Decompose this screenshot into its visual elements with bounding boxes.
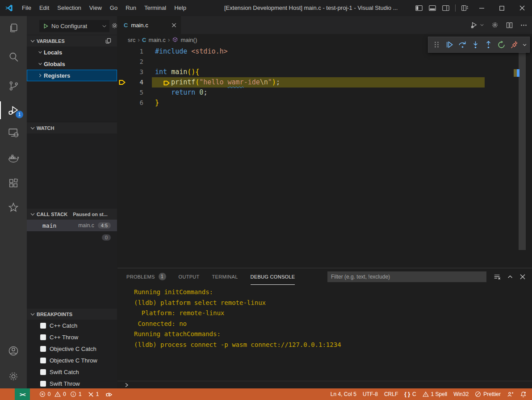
more-actions-icon[interactable] <box>520 21 528 29</box>
breakpoint-swift-catch[interactable]: Swift Catch <box>27 366 117 378</box>
problems-status[interactable]: 0 0 1 <box>36 388 85 400</box>
toggle-secondary-sidebar-icon[interactable] <box>439 0 452 16</box>
tools-status[interactable]: 1 <box>85 388 102 400</box>
breakpoint-cpp-throw[interactable]: C++ Throw <box>27 331 117 343</box>
checkbox[interactable] <box>40 334 46 340</box>
code-line-4-current[interactable]: 4 printf("hello wamr-ide\n"); <box>117 77 280 88</box>
menu-go[interactable]: Go <box>106 0 121 16</box>
variables-section-header[interactable]: VARIABLES <box>27 35 117 46</box>
activity-run-debug-icon[interactable]: 1 <box>0 100 27 121</box>
variables-item-registers[interactable]: Registers <box>27 70 117 81</box>
panel-header: PROBLEMS 1 OUTPUT TERMINAL DEBUG CONSOLE <box>117 268 532 285</box>
variables-item-locals[interactable]: Locals <box>27 46 117 58</box>
settings-gear-icon[interactable] <box>0 366 27 387</box>
step-into-button[interactable] <box>469 38 482 51</box>
breakpoint-cpp-catch[interactable]: C++ Catch <box>27 320 117 331</box>
toggle-primary-sidebar-icon[interactable] <box>412 0 426 16</box>
call-stack-frame-row[interactable]: main main.c 4:5 <box>27 220 117 231</box>
split-editor-icon[interactable] <box>506 21 513 29</box>
checkbox[interactable] <box>40 346 46 352</box>
debug-status[interactable] <box>102 388 116 400</box>
formatter-status[interactable]: Prettier <box>472 388 504 400</box>
checkbox[interactable] <box>40 369 46 375</box>
breakpoint-objc-throw[interactable]: Objective C Throw <box>27 354 117 366</box>
activity-source-control-icon[interactable] <box>0 75 27 96</box>
close-button[interactable] <box>512 0 532 16</box>
menu-edit[interactable]: Edit <box>35 0 53 16</box>
close-panel-icon[interactable] <box>519 274 526 280</box>
code-line-2[interactable]: 2 <box>117 57 155 67</box>
menu-help[interactable]: Help <box>170 0 190 16</box>
breakpoint-swift-throw[interactable]: Swift Throw <box>27 378 117 389</box>
step-over-button[interactable] <box>457 38 469 51</box>
code-line-5[interactable]: 5 return 0; <box>117 88 207 98</box>
line-number: 5 <box>126 88 143 98</box>
code-line-1[interactable]: 1 #include <stdio.h> <box>117 46 228 57</box>
console-line: Platform: remote-linux <box>134 308 523 319</box>
remote-indicator[interactable]: >< <box>15 388 30 400</box>
watch-section-header[interactable]: WATCH <box>27 122 117 133</box>
menu-file[interactable]: File <box>18 0 35 16</box>
minimize-button[interactable] <box>472 0 492 16</box>
tab-debug-console[interactable]: DEBUG CONSOLE <box>251 268 295 285</box>
activity-pinned-star-icon[interactable] <box>0 197 27 218</box>
menu-terminal[interactable]: Terminal <box>140 0 170 16</box>
tab-close-icon[interactable] <box>172 23 176 28</box>
editor-scrollbar[interactable] <box>519 51 526 250</box>
step-out-button[interactable] <box>482 38 494 51</box>
activity-docker-icon[interactable] <box>0 147 27 169</box>
customize-layout-icon[interactable] <box>458 0 472 16</box>
spell-squiggle: wamr <box>228 77 244 88</box>
activity-remote-explorer-icon[interactable] <box>0 122 27 143</box>
eol-sequence[interactable]: CRLF <box>381 388 401 400</box>
call-stack-section-header[interactable]: CALL STACK Paused on st... <box>27 208 117 220</box>
toolbar-drag-handle[interactable] <box>431 38 443 51</box>
spell-checker-status[interactable]: 1 Spell <box>419 388 451 400</box>
breadcrumb-folder[interactable]: src <box>128 37 135 43</box>
menu-run[interactable]: Run <box>121 0 140 16</box>
notifications-bell-icon[interactable] <box>517 388 532 400</box>
activity-explorer-icon[interactable] <box>0 17 27 38</box>
feedback-icon[interactable] <box>504 388 517 400</box>
toggle-panel-icon[interactable] <box>426 0 439 16</box>
debug-toolbar-chevron-icon[interactable] <box>522 42 527 47</box>
console-filter-input[interactable] <box>327 271 486 282</box>
tab-main-c[interactable]: C main.c <box>117 16 181 34</box>
maximize-panel-chevron-icon[interactable] <box>507 274 513 280</box>
restart-button[interactable] <box>495 38 507 51</box>
code-line-6[interactable]: 6 } <box>117 98 159 108</box>
copy-value-icon[interactable] <box>105 38 117 44</box>
c-file-icon: C <box>142 37 146 43</box>
editor-settings-gear-icon[interactable] <box>491 21 499 29</box>
breadcrumb-file[interactable]: main.c <box>148 37 165 43</box>
tab-output[interactable]: OUTPUT <box>179 268 200 285</box>
variables-item-globals[interactable]: Globals <box>27 58 117 70</box>
run-or-debug-button[interactable] <box>470 21 484 29</box>
maximize-button[interactable] <box>492 0 512 16</box>
code-line-3[interactable]: 3 int main(){ <box>117 67 199 77</box>
activity-extensions-icon[interactable] <box>0 172 27 194</box>
cursor-position[interactable]: Ln 4, Col 5 <box>327 388 360 400</box>
disconnect-button[interactable] <box>508 38 520 51</box>
checkbox[interactable] <box>40 323 46 329</box>
checkbox[interactable] <box>40 358 46 363</box>
symbol-cube-icon <box>172 37 178 43</box>
debug-config-dropdown[interactable]: No Configurat <box>39 20 109 32</box>
language-mode[interactable]: { } C <box>401 388 419 400</box>
platform-target[interactable]: Win32 <box>450 388 472 400</box>
checkbox[interactable] <box>40 381 46 387</box>
encoding[interactable]: UTF-8 <box>360 388 381 400</box>
tab-terminal[interactable]: TERMINAL <box>212 268 238 285</box>
menu-selection[interactable]: Selection <box>53 0 85 16</box>
debug-console-input[interactable] <box>117 381 532 389</box>
tab-problems[interactable]: PROBLEMS 1 <box>126 268 166 285</box>
debug-sidebar: No Configurat VARIABLES Locals Globals R <box>27 16 117 388</box>
continue-button[interactable] <box>444 38 456 51</box>
clear-console-icon[interactable] <box>494 273 501 280</box>
breadcrumb-symbol[interactable]: main() <box>180 37 197 43</box>
activity-search-icon[interactable] <box>0 46 27 67</box>
menu-view[interactable]: View <box>85 0 106 16</box>
account-icon[interactable] <box>0 340 27 362</box>
breakpoint-objc-catch[interactable]: Objective C Catch <box>27 343 117 354</box>
breakpoints-section-header[interactable]: BREAKPOINTS <box>27 308 117 320</box>
